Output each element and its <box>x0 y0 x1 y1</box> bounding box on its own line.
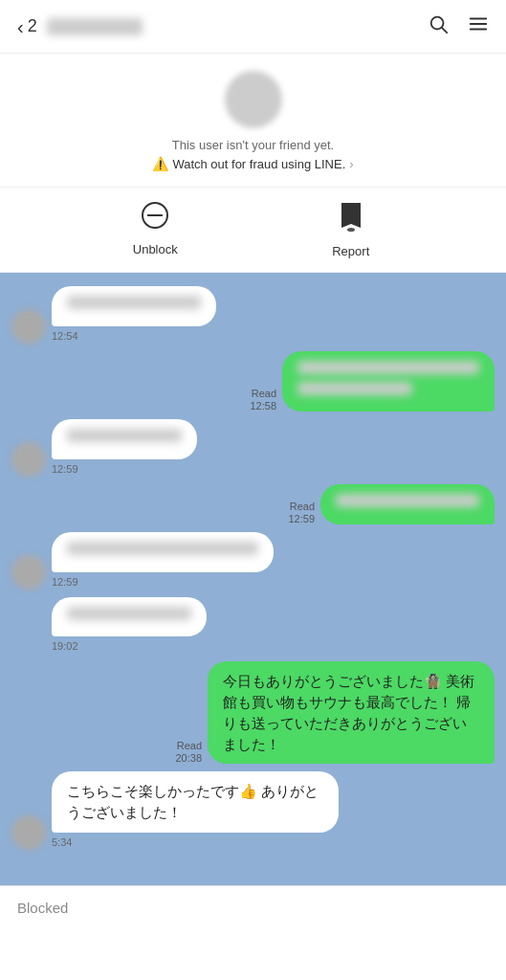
message-timestamp: 5:34 <box>52 836 72 848</box>
avatar <box>225 71 282 128</box>
profile-section: This user isn't your friend yet. ⚠️ Watc… <box>0 54 506 188</box>
unblock-icon <box>141 201 169 236</box>
message-text: こちらこそ楽しかったです👍 ありがとうございました！ <box>67 783 319 820</box>
message-bubble <box>52 419 197 459</box>
unblock-button[interactable]: Unblock <box>117 201 193 258</box>
read-label: Read <box>252 388 276 399</box>
message-bubble <box>52 597 207 637</box>
action-buttons: Unblock Report <box>0 188 506 273</box>
back-chevron-icon: ‹ <box>17 17 24 36</box>
message-row: 19:02 <box>11 597 495 655</box>
message-row: Read 20:38 今日もありがとうございました🧌 美術館も買い物もサウナも最… <box>11 661 495 764</box>
chat-area: 12:54 Read 12:58 12:59 Read 1 <box>0 273 506 885</box>
message-row: Read 12:58 <box>11 351 495 412</box>
message-timestamp: 12:59 <box>52 576 78 588</box>
message-meta: Read 12:58 <box>250 388 276 412</box>
friend-notice: This user isn't your friend yet. <box>172 138 334 152</box>
menu-icon[interactable] <box>468 13 489 40</box>
blurred-content <box>67 607 191 620</box>
message-bubble <box>52 532 274 572</box>
message-bubble-group: 12:59 <box>52 532 274 590</box>
message-meta: Read 12:59 <box>288 501 315 524</box>
message-timestamp: 20:38 <box>175 752 202 764</box>
fraud-warning-text: Watch out for fraud using LINE. <box>172 157 345 171</box>
back-count: 2 <box>28 16 37 36</box>
message-timestamp: 19:02 <box>52 640 78 652</box>
message-bubble <box>282 351 495 412</box>
message-bubble <box>52 286 216 326</box>
blurred-content <box>67 429 182 442</box>
svg-point-7 <box>347 228 355 232</box>
message-bubble-group: こちらこそ楽しかったです👍 ありがとうございました！ 5:34 <box>52 771 339 850</box>
blurred-content <box>297 361 479 374</box>
message-timestamp: 12:59 <box>288 513 315 524</box>
blurred-content <box>67 542 258 555</box>
message-bubble: こちらこそ楽しかったです👍 ありがとうございました！ <box>52 771 339 833</box>
read-label: Read <box>177 740 202 751</box>
avatar <box>11 442 46 477</box>
message-timestamp: 12:59 <box>52 463 78 475</box>
message-text: 今日もありがとうございました🧌 美術館も買い物もサウナも最高でした！ 帰りも送っ… <box>223 673 474 751</box>
message-bubble: 今日もありがとうございました🧌 美術館も買い物もサウナも最高でした！ 帰りも送っ… <box>208 661 495 764</box>
message-timestamp: 12:58 <box>250 400 276 412</box>
message-bubble-group: 12:54 <box>52 286 216 344</box>
header: ‹ 2 <box>0 0 506 54</box>
blurred-content <box>336 494 479 507</box>
message-row: こちらこそ楽しかったです👍 ありがとうございました！ 5:34 <box>11 771 495 850</box>
contact-name-blurred <box>47 18 143 35</box>
message-bubble-group: 12:59 <box>52 419 197 477</box>
unblock-label: Unblock <box>133 242 178 256</box>
message-row: 12:54 <box>11 286 495 344</box>
blocked-bar: Blocked <box>0 885 506 929</box>
message-row: 12:59 <box>11 419 495 477</box>
message-timestamp: 12:54 <box>52 330 78 342</box>
avatar <box>11 815 46 850</box>
blurred-content <box>67 296 201 309</box>
message-bubble <box>320 484 495 524</box>
message-row: 12:59 <box>11 532 495 590</box>
report-icon <box>338 201 364 238</box>
fraud-warning-link[interactable]: ⚠️ Watch out for fraud using LINE. › <box>152 156 353 171</box>
svg-line-1 <box>442 28 447 33</box>
avatar <box>11 309 46 344</box>
search-icon[interactable] <box>428 13 449 40</box>
read-label: Read <box>290 501 315 512</box>
avatar <box>11 555 46 590</box>
message-meta: Read 20:38 <box>175 740 202 764</box>
blurred-content <box>297 382 412 395</box>
header-right <box>428 13 489 40</box>
back-button[interactable]: ‹ 2 <box>17 16 37 36</box>
header-left: ‹ 2 <box>17 16 143 36</box>
blocked-label: Blocked <box>17 900 68 916</box>
report-label: Report <box>332 244 369 258</box>
message-bubble-group: 19:02 <box>52 597 207 655</box>
report-button[interactable]: Report <box>313 201 389 258</box>
fraud-arrow-icon: › <box>349 157 353 171</box>
message-row: Read 12:59 <box>11 484 495 524</box>
warning-icon: ⚠️ <box>152 156 168 171</box>
